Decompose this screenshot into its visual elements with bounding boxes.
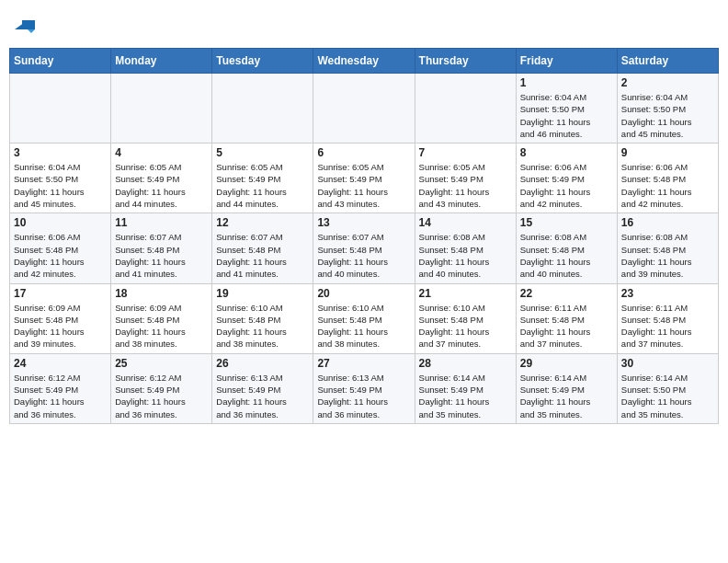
day-info: Sunrise: 6:06 AM Sunset: 5:48 PM Dayligh… [14, 231, 107, 280]
calendar-cell: 25Sunrise: 6:12 AM Sunset: 5:49 PM Dayli… [111, 353, 212, 423]
logo-icon [15, 17, 35, 37]
day-info: Sunrise: 6:04 AM Sunset: 5:50 PM Dayligh… [520, 91, 613, 140]
calendar-cell: 17Sunrise: 6:09 AM Sunset: 5:48 PM Dayli… [10, 283, 111, 353]
day-info: Sunrise: 6:05 AM Sunset: 5:49 PM Dayligh… [419, 161, 512, 210]
svg-marker-2 [28, 29, 35, 33]
day-number: 5 [216, 146, 309, 159]
day-number: 19 [216, 287, 309, 300]
day-number: 24 [14, 357, 107, 370]
svg-marker-1 [15, 20, 28, 29]
day-number: 17 [14, 287, 107, 300]
calendar-cell: 7Sunrise: 6:05 AM Sunset: 5:49 PM Daylig… [415, 144, 516, 213]
day-info: Sunrise: 6:13 AM Sunset: 5:49 PM Dayligh… [216, 372, 309, 420]
day-number: 10 [14, 216, 107, 229]
day-number: 16 [621, 216, 714, 229]
day-number: 15 [520, 216, 613, 229]
day-number: 9 [621, 146, 714, 159]
day-info: Sunrise: 6:07 AM Sunset: 5:48 PM Dayligh… [317, 231, 410, 280]
day-info: Sunrise: 6:05 AM Sunset: 5:49 PM Dayligh… [216, 161, 309, 210]
calendar-cell: 15Sunrise: 6:08 AM Sunset: 5:48 PM Dayli… [516, 213, 617, 283]
day-number: 22 [520, 287, 613, 300]
day-number: 1 [520, 76, 613, 89]
day-info: Sunrise: 6:11 AM Sunset: 5:48 PM Dayligh… [520, 302, 613, 350]
day-info: Sunrise: 6:13 AM Sunset: 5:49 PM Dayligh… [317, 372, 410, 420]
calendar-cell: 19Sunrise: 6:10 AM Sunset: 5:48 PM Dayli… [212, 283, 313, 353]
calendar-cell: 16Sunrise: 6:08 AM Sunset: 5:48 PM Dayli… [617, 213, 718, 283]
calendar-cell: 6Sunrise: 6:05 AM Sunset: 5:49 PM Daylig… [313, 144, 415, 213]
day-info: Sunrise: 6:14 AM Sunset: 5:49 PM Dayligh… [520, 372, 613, 420]
weekday-header-friday: Friday [516, 49, 617, 74]
calendar-cell: 28Sunrise: 6:14 AM Sunset: 5:49 PM Dayli… [415, 353, 516, 423]
day-info: Sunrise: 6:07 AM Sunset: 5:48 PM Dayligh… [115, 231, 208, 280]
day-info: Sunrise: 6:14 AM Sunset: 5:50 PM Dayligh… [621, 372, 714, 420]
calendar-cell: 12Sunrise: 6:07 AM Sunset: 5:48 PM Dayli… [212, 213, 313, 283]
calendar-cell: 9Sunrise: 6:06 AM Sunset: 5:48 PM Daylig… [617, 144, 718, 213]
calendar-cell: 29Sunrise: 6:14 AM Sunset: 5:49 PM Dayli… [516, 353, 617, 423]
calendar-cell: 5Sunrise: 6:05 AM Sunset: 5:49 PM Daylig… [212, 144, 313, 213]
day-number: 2 [621, 76, 714, 89]
calendar-cell [10, 74, 111, 144]
calendar-cell: 21Sunrise: 6:10 AM Sunset: 5:48 PM Dayli… [415, 283, 516, 353]
day-number: 8 [520, 146, 613, 159]
day-info: Sunrise: 6:08 AM Sunset: 5:48 PM Dayligh… [419, 231, 512, 280]
day-info: Sunrise: 6:06 AM Sunset: 5:48 PM Dayligh… [621, 161, 714, 210]
calendar-cell [212, 74, 313, 144]
weekday-header-wednesday: Wednesday [313, 49, 415, 74]
day-number: 26 [216, 357, 309, 370]
day-info: Sunrise: 6:14 AM Sunset: 5:49 PM Dayligh… [419, 372, 512, 420]
calendar-cell [313, 74, 415, 144]
day-info: Sunrise: 6:10 AM Sunset: 5:48 PM Dayligh… [419, 302, 512, 350]
calendar-cell: 8Sunrise: 6:06 AM Sunset: 5:49 PM Daylig… [516, 144, 617, 213]
day-number: 7 [419, 146, 512, 159]
calendar-cell: 30Sunrise: 6:14 AM Sunset: 5:50 PM Dayli… [617, 353, 718, 423]
day-info: Sunrise: 6:05 AM Sunset: 5:49 PM Dayligh… [115, 161, 208, 210]
calendar-cell: 3Sunrise: 6:04 AM Sunset: 5:50 PM Daylig… [10, 144, 111, 213]
calendar-cell: 27Sunrise: 6:13 AM Sunset: 5:49 PM Dayli… [313, 353, 415, 423]
calendar-cell: 26Sunrise: 6:13 AM Sunset: 5:49 PM Dayli… [212, 353, 313, 423]
calendar-table: SundayMondayTuesdayWednesdayThursdayFrid… [9, 48, 719, 424]
day-number: 14 [419, 216, 512, 229]
day-number: 29 [520, 357, 613, 370]
calendar-cell: 23Sunrise: 6:11 AM Sunset: 5:48 PM Dayli… [617, 283, 718, 353]
calendar-cell: 24Sunrise: 6:12 AM Sunset: 5:49 PM Dayli… [10, 353, 111, 423]
day-info: Sunrise: 6:09 AM Sunset: 5:48 PM Dayligh… [14, 302, 107, 350]
day-number: 13 [317, 216, 410, 229]
day-info: Sunrise: 6:05 AM Sunset: 5:49 PM Dayligh… [317, 161, 410, 210]
day-info: Sunrise: 6:04 AM Sunset: 5:50 PM Dayligh… [14, 161, 107, 210]
calendar-week-row: 10Sunrise: 6:06 AM Sunset: 5:48 PM Dayli… [10, 213, 719, 283]
weekday-header-sunday: Sunday [10, 49, 111, 74]
day-info: Sunrise: 6:08 AM Sunset: 5:48 PM Dayligh… [520, 231, 613, 280]
calendar-cell: 2Sunrise: 6:04 AM Sunset: 5:50 PM Daylig… [617, 74, 718, 144]
day-number: 27 [317, 357, 410, 370]
weekday-header-thursday: Thursday [415, 49, 516, 74]
calendar-week-row: 24Sunrise: 6:12 AM Sunset: 5:49 PM Dayli… [10, 353, 719, 423]
weekday-header-saturday: Saturday [617, 49, 718, 74]
calendar-cell [111, 74, 212, 144]
calendar-week-row: 17Sunrise: 6:09 AM Sunset: 5:48 PM Dayli… [10, 283, 719, 353]
calendar-week-row: 3Sunrise: 6:04 AM Sunset: 5:50 PM Daylig… [10, 144, 719, 213]
calendar-cell: 1Sunrise: 6:04 AM Sunset: 5:50 PM Daylig… [516, 74, 617, 144]
day-info: Sunrise: 6:12 AM Sunset: 5:49 PM Dayligh… [115, 372, 208, 420]
calendar-cell: 13Sunrise: 6:07 AM Sunset: 5:48 PM Dayli… [313, 213, 415, 283]
day-info: Sunrise: 6:10 AM Sunset: 5:48 PM Dayligh… [216, 302, 309, 350]
day-info: Sunrise: 6:08 AM Sunset: 5:48 PM Dayligh… [621, 231, 714, 280]
day-info: Sunrise: 6:07 AM Sunset: 5:48 PM Dayligh… [216, 231, 309, 280]
weekday-header-tuesday: Tuesday [212, 49, 313, 74]
calendar-cell: 4Sunrise: 6:05 AM Sunset: 5:49 PM Daylig… [111, 144, 212, 213]
day-info: Sunrise: 6:12 AM Sunset: 5:49 PM Dayligh… [14, 372, 107, 420]
day-number: 30 [621, 357, 714, 370]
day-number: 3 [14, 146, 107, 159]
day-number: 25 [115, 357, 208, 370]
day-info: Sunrise: 6:11 AM Sunset: 5:48 PM Dayligh… [621, 302, 714, 350]
calendar-cell [415, 74, 516, 144]
weekday-header-monday: Monday [111, 49, 212, 74]
calendar-cell: 10Sunrise: 6:06 AM Sunset: 5:48 PM Dayli… [10, 213, 111, 283]
logo [13, 17, 35, 33]
day-info: Sunrise: 6:04 AM Sunset: 5:50 PM Dayligh… [621, 91, 714, 140]
weekday-header-row: SundayMondayTuesdayWednesdayThursdayFrid… [10, 49, 719, 74]
day-number: 12 [216, 216, 309, 229]
day-number: 20 [317, 287, 410, 300]
calendar-cell: 18Sunrise: 6:09 AM Sunset: 5:48 PM Dayli… [111, 283, 212, 353]
day-number: 4 [115, 146, 208, 159]
page-header [9, 9, 719, 40]
